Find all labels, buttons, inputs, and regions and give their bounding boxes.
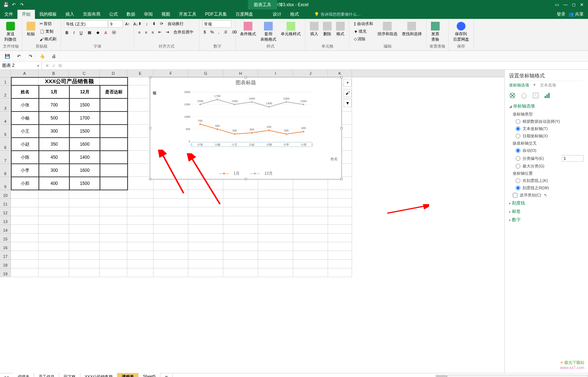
select-all-corner[interactable] [0, 70, 11, 77]
fill-line-icon[interactable] [509, 92, 516, 99]
row-header[interactable]: 5 [0, 125, 11, 138]
chart-legend[interactable]: —●—1月 —●—12月 [150, 171, 341, 176]
cell[interactable] [153, 199, 188, 207]
sheet-tab[interactable]: 课程表 [117, 373, 139, 377]
cell[interactable] [258, 268, 293, 277]
cell[interactable] [153, 225, 188, 234]
row-header[interactable]: 8 [0, 164, 11, 177]
cell[interactable] [69, 216, 100, 225]
cell[interactable] [188, 190, 223, 199]
font-color-button[interactable]: A [103, 29, 108, 36]
comma-icon[interactable]: , [217, 29, 221, 35]
tab-developer[interactable]: 开发工具 [175, 10, 201, 19]
align-center-icon[interactable]: ≡ [143, 29, 148, 36]
cell[interactable] [328, 268, 352, 277]
redo-qa-icon[interactable]: ↷ [26, 52, 35, 61]
cell[interactable] [127, 207, 153, 216]
fx-icon[interactable]: fx [59, 63, 62, 68]
tab-file[interactable]: 文件 [0, 10, 17, 19]
tell-me[interactable]: 💡告诉我您想要做什么… [314, 12, 361, 17]
find-select-button[interactable]: 查找和选择 [400, 20, 423, 38]
increase-font-icon[interactable]: A↑ [124, 20, 131, 28]
row-header[interactable]: 10 [0, 190, 11, 199]
cell[interactable] [328, 251, 352, 260]
cell[interactable] [258, 190, 293, 199]
save-qa-icon[interactable]: 💾 [3, 52, 12, 61]
cell[interactable] [39, 268, 69, 277]
chart-elements-icon[interactable]: + [344, 79, 352, 87]
axis-options-icon[interactable] [544, 92, 551, 99]
cell[interactable] [188, 207, 223, 216]
cell[interactable] [39, 260, 69, 268]
underline-button[interactable]: U [78, 29, 84, 36]
tab-home[interactable]: 开始 [17, 10, 35, 19]
row-header[interactable]: 2 [0, 85, 11, 98]
bold-button[interactable]: B [64, 29, 70, 36]
row-header[interactable]: 9 [0, 177, 11, 190]
sort-filter-button[interactable]: 排序和筛选 [376, 20, 399, 38]
radio-auto[interactable]: 自动(O) [516, 148, 584, 153]
row-header[interactable]: 7 [0, 151, 11, 164]
cell[interactable] [328, 260, 352, 268]
radio-auto-select[interactable]: 根据数据自动选择(Y) [516, 119, 584, 124]
sheet-tab[interactable]: 成绩表 [13, 373, 34, 377]
cell[interactable] [223, 268, 258, 277]
cell[interactable] [39, 251, 69, 260]
section-numbers[interactable]: 数字 [509, 217, 584, 223]
font-select[interactable] [64, 20, 108, 28]
undo-icon[interactable]: ↶ [11, 2, 17, 8]
cell[interactable] [39, 216, 69, 225]
copy-button[interactable]: 📋复制 [38, 28, 58, 35]
cell[interactable] [258, 207, 293, 216]
column-header[interactable]: F [153, 70, 188, 77]
cell[interactable] [328, 199, 352, 207]
border-button[interactable]: ▦ [86, 29, 93, 36]
cell[interactable] [258, 216, 293, 225]
cell[interactable] [11, 242, 39, 251]
cell[interactable] [69, 268, 100, 277]
cell[interactable] [188, 242, 223, 251]
cell[interactable] [39, 225, 69, 234]
cancel-fx-icon[interactable]: ✕ [45, 63, 49, 68]
sheet-nav-next-icon[interactable]: ▶ [7, 375, 10, 377]
radio-date-axis[interactable]: 日期坐标轴(X) [516, 133, 584, 139]
cell[interactable] [100, 234, 127, 242]
cell[interactable] [11, 225, 39, 234]
cell[interactable] [69, 234, 100, 242]
align-top-icon[interactable]: ⬆ [137, 20, 143, 27]
name-box[interactable]: 图表 2▾ [0, 62, 42, 69]
row-header[interactable]: 19 [0, 268, 11, 277]
column-header[interactable]: B [39, 70, 69, 77]
cell[interactable] [153, 234, 188, 242]
cell[interactable] [69, 199, 100, 207]
radio-between-tick[interactable]: 刻度线之间(W) [516, 185, 584, 191]
cell[interactable] [293, 268, 328, 277]
chart-styles-icon[interactable]: 🖌 [344, 89, 352, 97]
cell[interactable] [293, 190, 328, 199]
row-header[interactable]: 11 [0, 199, 11, 207]
merge-button[interactable]: 合并后居中 [172, 29, 195, 36]
tab-layout[interactable]: 页面布局 [79, 10, 105, 19]
radio-on-tick[interactable]: 在刻度线上(K) [516, 178, 584, 183]
row-header[interactable]: 15 [0, 234, 11, 242]
pane-tab-text-options[interactable]: 文本选项 [540, 82, 556, 88]
cell[interactable] [127, 251, 153, 260]
cell[interactable] [127, 225, 153, 234]
print-preview-icon[interactable]: 🖨 [49, 52, 58, 61]
maximize-icon[interactable]: ◻ [572, 2, 576, 7]
horizontal-scrollbar[interactable] [435, 375, 588, 377]
cell[interactable] [153, 268, 188, 277]
cell[interactable] [258, 199, 293, 207]
italic-button[interactable]: I [72, 29, 76, 36]
sheet-tab[interactable]: XXX公司销售额 [80, 373, 117, 377]
radio-text-axis[interactable]: 文本坐标轴(T) [516, 126, 584, 131]
cut-button[interactable]: ✂剪切 [38, 20, 58, 27]
cell[interactable] [328, 225, 352, 234]
increase-decimal-icon[interactable]: .0 [222, 29, 228, 35]
align-bottom-icon[interactable]: ⬇ [151, 20, 157, 27]
delete-button[interactable]: 删除 [321, 20, 333, 38]
cell[interactable] [223, 199, 258, 207]
effects-icon[interactable] [521, 92, 527, 99]
cell[interactable] [11, 251, 39, 260]
row-header[interactable]: 13 [0, 216, 11, 225]
